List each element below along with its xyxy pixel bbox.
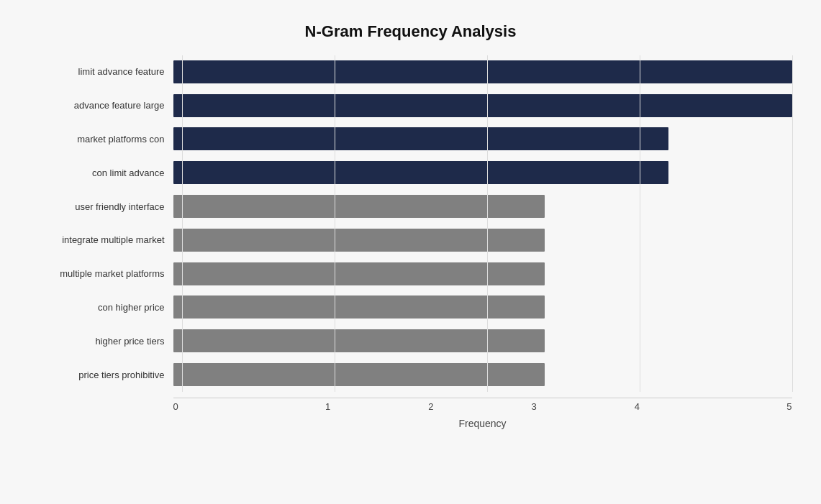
bar-fill: [173, 94, 792, 117]
bar-fill: [173, 295, 545, 319]
bar-fill: [173, 262, 545, 285]
bar-fill: [173, 195, 545, 218]
x-tick-label: 4: [586, 401, 689, 412]
bar-label: price tiers prohibitive: [30, 370, 173, 380]
bar-row: limit advance feature: [30, 55, 792, 89]
bar-row: price tiers prohibitive: [30, 358, 792, 392]
chart-container: N-Gram Frequency Analysis limit advance …: [15, 8, 807, 497]
bar-label: con higher price: [30, 302, 173, 313]
x-tick-label: 0: [173, 401, 276, 412]
bar-row: multiple market platforms: [30, 257, 792, 290]
bar-track: [173, 94, 792, 117]
bar-track: [173, 195, 792, 218]
bar-label: multiple market platforms: [30, 268, 173, 279]
bar-row: higher price tiers: [30, 324, 792, 358]
bar-fill: [173, 363, 545, 386]
bar-fill: [173, 329, 545, 352]
bar-label: advance feature large: [30, 100, 173, 111]
bar-track: [173, 295, 792, 319]
x-tick-label: 3: [482, 401, 585, 412]
bar-fill: [173, 60, 792, 83]
bar-row: advance feature large: [30, 88, 792, 122]
bar-label: limit advance feature: [30, 66, 173, 77]
bar-label: integrate multiple market: [30, 234, 173, 245]
bar-row: user friendly interface: [30, 190, 792, 224]
bars-wrapper: limit advance featureadvance feature lar…: [30, 55, 792, 392]
bar-track: [173, 161, 792, 184]
x-axis-title: Frequency: [173, 418, 792, 429]
bar-row: con limit advance: [30, 156, 792, 190]
grid-line: [792, 55, 793, 392]
bar-row: integrate multiple market: [30, 223, 792, 257]
bar-fill: [173, 229, 545, 252]
x-axis-labels: 012345: [173, 401, 792, 412]
bar-fill: [173, 161, 668, 184]
bar-row: con higher price: [30, 290, 792, 324]
bar-track: [173, 229, 792, 252]
chart-title: N-Gram Frequency Analysis: [30, 22, 792, 41]
bar-label: higher price tiers: [30, 336, 173, 347]
bar-label: user friendly interface: [30, 201, 173, 212]
bar-track: [173, 363, 792, 386]
bar-row: market platforms con: [30, 122, 792, 156]
bar-track: [173, 262, 792, 285]
bar-track: [173, 127, 792, 150]
bar-track: [173, 60, 792, 83]
x-tick-label: 2: [379, 401, 482, 412]
bar-fill: [173, 127, 668, 150]
x-axis: [173, 398, 792, 398]
x-tick-label: 1: [276, 401, 379, 412]
bar-label: market platforms con: [30, 134, 173, 145]
bar-label: con limit advance: [30, 168, 173, 178]
x-tick-label: 5: [689, 401, 791, 412]
chart-area: limit advance featureadvance feature lar…: [30, 55, 792, 429]
bar-track: [173, 329, 792, 352]
